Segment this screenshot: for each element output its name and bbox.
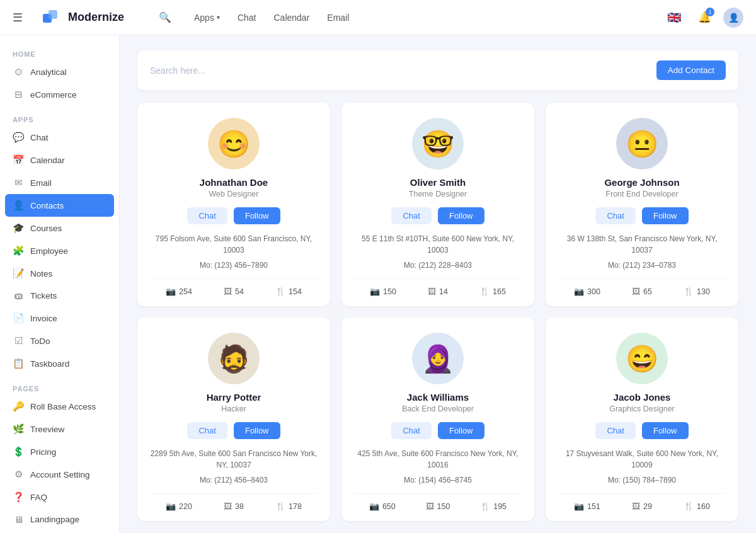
stat-2-1: 🖼 14 <box>428 287 448 296</box>
sidebar-item-widgets[interactable]: ⊞ Widgets ▾ <box>0 530 119 533</box>
sidebar-section-pages: PAGES 🔑 Roll Base Access 🌿 Treeview 💲 Pr… <box>0 380 119 533</box>
topnav-calendar[interactable]: Calendar <box>266 9 318 26</box>
sidebar-item-landingpage[interactable]: 🖥 Landingpage <box>0 508 119 530</box>
contact-avatar-1: 😊 <box>208 118 260 169</box>
contact-phone-6: Mo: (150) 784–7890 <box>608 476 676 484</box>
sidebar-item-contacts[interactable]: 👤 Contacts <box>5 194 114 217</box>
contact-stats-1: 📷 254 🖼 54 🍴 154 <box>150 278 318 296</box>
contact-address-1: 795 Folsom Ave, Suite 600 San Francisco,… <box>150 233 318 256</box>
notification-button[interactable]: 🔔 1 <box>693 6 716 29</box>
hamburger-icon[interactable]: ☰ <box>13 11 23 25</box>
add-contact-button[interactable]: Add Contact <box>656 60 726 80</box>
stat-6-1: 🖼 29 <box>632 501 652 511</box>
notes-icon: 📝 <box>13 268 24 279</box>
contact-card-3: 😐 George Johnson Front End Developer Cha… <box>546 103 738 306</box>
logo-icon <box>43 8 63 28</box>
stat-icon-5-0: 📷 <box>369 501 379 511</box>
contact-card-6: 😄 Jacob Jones Graphics Designer Chat Fol… <box>546 318 738 521</box>
sidebar-item-account-setting[interactable]: ⚙ Account Setting <box>0 463 119 486</box>
contact-actions-1: Chat Follow <box>187 207 280 224</box>
stat-value-5-1: 150 <box>437 502 450 511</box>
stat-icon-4-2: 🍴 <box>275 501 285 511</box>
sidebar-item-rollbase[interactable]: 🔑 Roll Base Access <box>0 395 119 418</box>
sidebar-item-ecommerce[interactable]: ⊟ eCommerce <box>0 83 119 106</box>
sidebar-item-faq[interactable]: ❓ FAQ <box>0 486 119 508</box>
chat-button-1[interactable]: Chat <box>187 207 227 224</box>
sidebar-item-calendar[interactable]: 📅 Calendar <box>0 149 119 171</box>
stat-value-1-1: 54 <box>235 287 244 296</box>
contact-card-1: 😊 Johnathan Doe Web Designer Chat Follow… <box>137 103 330 306</box>
topnav-chat[interactable]: Chat <box>230 9 264 26</box>
contact-actions-4: Chat Follow <box>187 422 280 439</box>
stat-1-1: 🖼 54 <box>224 287 244 296</box>
contact-name-4: Harry Potter <box>207 392 261 403</box>
sidebar-item-treeview[interactable]: 🌿 Treeview <box>0 418 119 440</box>
sidebar-item-employee[interactable]: 🧩 Employee <box>0 239 119 262</box>
chat-button-5[interactable]: Chat <box>391 422 431 439</box>
contact-phone-5: Mo: (154) 456–8745 <box>404 476 472 484</box>
follow-button-3[interactable]: Follow <box>642 207 689 224</box>
sidebar-item-courses[interactable]: 🎓 Courses <box>0 217 119 239</box>
topnav-email[interactable]: Email <box>319 9 357 26</box>
contact-avatar-3: 😐 <box>616 118 668 169</box>
sidebar-item-tickets[interactable]: 🎟 Tickets <box>0 285 119 307</box>
contact-card-5: 🧕 Jack Williams Back End Developer Chat … <box>341 318 534 521</box>
contacts-icon: 👤 <box>13 200 24 211</box>
follow-button-5[interactable]: Follow <box>438 422 484 439</box>
sidebar-item-invoice[interactable]: 📄 Invoice <box>0 307 119 330</box>
follow-button-4[interactable]: Follow <box>234 422 280 439</box>
stat-3-0: 📷 300 <box>574 287 600 296</box>
follow-button-1[interactable]: Follow <box>234 207 280 224</box>
ecommerce-icon: ⊟ <box>13 89 24 100</box>
chat-button-6[interactable]: Chat <box>595 422 635 439</box>
contact-actions-5: Chat Follow <box>391 422 484 439</box>
chat-button-3[interactable]: Chat <box>595 207 635 224</box>
stat-value-4-2: 178 <box>289 502 302 511</box>
treeview-icon: 🌿 <box>13 423 24 435</box>
stat-value-1-2: 154 <box>289 287 302 296</box>
sidebar-item-email[interactable]: ✉ Email <box>0 171 119 194</box>
stat-value-5-0: 650 <box>382 502 396 511</box>
stat-value-4-1: 38 <box>235 502 244 511</box>
search-input[interactable] <box>150 66 656 76</box>
sidebar-item-pricing[interactable]: 💲 Pricing <box>0 440 119 463</box>
contact-phone-3: Mo: (212) 234–0783 <box>608 261 676 270</box>
stat-icon-2-1: 🖼 <box>428 287 436 296</box>
sidebar-item-analytical[interactable]: ⊙ Analytical <box>0 60 119 83</box>
stat-value-6-2: 160 <box>697 502 710 511</box>
search-icon[interactable]: 🔍 <box>159 11 171 23</box>
search-bar: Add Contact <box>137 50 738 90</box>
stat-2-2: 🍴 165 <box>479 287 506 296</box>
contact-role-6: Graphics Designer <box>609 404 675 413</box>
follow-button-2[interactable]: Follow <box>438 207 484 224</box>
sidebar-item-chat[interactable]: 💬 Chat <box>0 126 119 149</box>
chat-button-2[interactable]: Chat <box>391 207 431 224</box>
sidebar-section-apps: APPS 💬 Chat 📅 Calendar ✉ Email 👤 Contact… <box>0 111 119 375</box>
follow-button-6[interactable]: Follow <box>642 422 689 439</box>
stat-icon-6-2: 🍴 <box>684 501 694 511</box>
contact-avatar-5: 🧕 <box>412 333 464 384</box>
stat-value-2-2: 165 <box>493 287 506 296</box>
stat-icon-2-2: 🍴 <box>479 287 490 296</box>
rollbase-icon: 🔑 <box>13 401 24 412</box>
sidebar-item-notes[interactable]: 📝 Notes <box>0 262 119 285</box>
contact-role-3: Front End Developer <box>605 190 678 198</box>
contact-address-4: 2289 5th Ave, Suite 600 San Francisco Ne… <box>150 448 318 471</box>
flag-button[interactable]: 🇬🇧 <box>663 6 685 29</box>
contact-stats-4: 📷 220 🖼 38 🍴 178 <box>150 493 318 511</box>
contact-avatar-2: 🤓 <box>412 118 464 169</box>
stat-value-2-1: 14 <box>439 287 448 296</box>
topnav-apps[interactable]: Apps ▾ <box>186 9 227 26</box>
sidebar-section-apps-title: APPS <box>0 111 119 126</box>
stat-value-1-0: 254 <box>179 287 192 296</box>
contact-card-2: 🤓 Oliver Smith Theme Designer Chat Follo… <box>341 103 534 306</box>
stat-icon-1-1: 🖼 <box>224 287 232 296</box>
user-avatar-icon: 👤 <box>728 13 739 23</box>
stat-value-6-1: 29 <box>643 502 652 511</box>
contact-name-3: George Johnson <box>604 177 679 188</box>
chat-button-4[interactable]: Chat <box>187 422 227 439</box>
sidebar-item-todo[interactable]: ☑ ToDo <box>0 330 119 352</box>
stat-6-0: 📷 151 <box>574 501 600 511</box>
sidebar-item-taskboard[interactable]: 📋 Taskboard <box>0 352 119 375</box>
user-avatar[interactable]: 👤 <box>723 8 743 28</box>
